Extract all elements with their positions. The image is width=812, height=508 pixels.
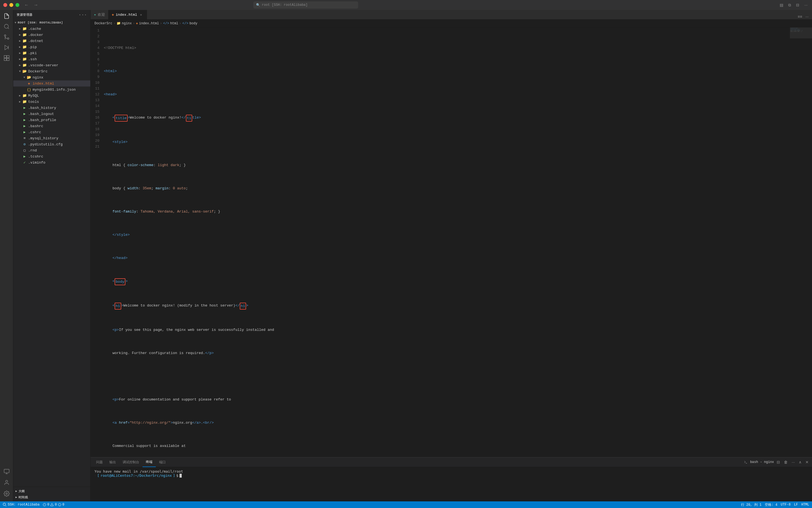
nginx-arrow-icon: ▼ xyxy=(22,75,27,80)
traffic-lights xyxy=(3,3,19,7)
timeline-arrow-icon: ▶ xyxy=(15,496,17,499)
sidebar-item-cshrc[interactable]: ▶ .cshrc xyxy=(13,129,90,135)
bashrc-icon: ▶ xyxy=(22,124,27,129)
activity-account-icon[interactable] xyxy=(2,478,12,488)
outline-arrow-icon: ▶ xyxy=(15,490,17,493)
sidebar-item-mysql[interactable]: ▶ 📁 MySQL xyxy=(13,93,90,99)
code-editor[interactable]: <!DOCTYPE html> <html> <head> <title>Wel… xyxy=(104,27,790,457)
close-button[interactable] xyxy=(3,3,7,7)
svg-rect-9 xyxy=(7,58,9,60)
more-button[interactable]: ··· xyxy=(803,2,809,8)
sidebar-item-dotnet[interactable]: ▶ 📁 .dotnet xyxy=(13,38,90,44)
mysql-folder-icon: 📁 xyxy=(22,93,27,98)
sidebar-bottom-sections: ▶ 大纲 ▶ 时间线 xyxy=(13,487,90,501)
sidebar-toggle-button[interactable]: ▤ xyxy=(778,2,784,8)
sidebar-item-mynginx-json[interactable]: {} mynginx001.info.json xyxy=(13,86,90,93)
status-encoding-item[interactable]: UTF-8 xyxy=(781,503,791,507)
editor-area: ✦ 欢迎 ◈ index.html ✕ ≡≡ ··· DockerSrc › 📁… xyxy=(91,10,812,501)
term-tab-ports[interactable]: 端口 xyxy=(156,457,169,467)
term-tab-problems[interactable]: 问题 xyxy=(93,457,106,467)
status-line-ending-item[interactable]: LF xyxy=(794,503,798,507)
cshrc-label: .cshrc xyxy=(28,130,41,134)
back-button[interactable]: ← xyxy=(22,2,31,8)
cursor-block xyxy=(180,474,182,478)
editor-scroll-area[interactable]: 1 2 3 4 5 6 7 8 9 10 11 12 13 14 15 16 1 xyxy=(91,27,812,457)
sidebar-item-ssh[interactable]: ▶ 📁 .ssh xyxy=(13,56,90,62)
sidebar-item-bashrc[interactable]: ▶ .bashrc xyxy=(13,123,90,129)
debug-tab-label: 调试控制台 xyxy=(123,460,139,465)
sidebar-more-icon[interactable]: ··· xyxy=(79,12,87,17)
sidebar-item-dockersrc[interactable]: ▼ 📂 DockerSrc xyxy=(13,68,90,74)
svg-rect-10 xyxy=(4,469,9,473)
global-search-bar[interactable]: 🔍 root [SSH: rootAlibaba] xyxy=(253,1,358,9)
svg-point-13 xyxy=(5,480,7,482)
h1-open-highlight-box: h1 xyxy=(114,303,121,309)
sidebar-item-bash-logout[interactable]: ▶ .bash_logout xyxy=(13,111,90,117)
sidebar-item-mysql-history[interactable]: ≡ .mysql_history xyxy=(13,135,90,141)
sidebar-item-index-html[interactable]: ◈ index.html xyxy=(13,80,90,86)
terminal-close-button[interactable]: ✕ xyxy=(804,459,810,465)
bash-logout-label: .bash_logout xyxy=(28,112,54,116)
status-spaces-item[interactable]: 空格: 4 xyxy=(765,503,777,507)
terminal-expand-button[interactable]: ∧ xyxy=(798,459,803,465)
terminal-more-button[interactable]: ··· xyxy=(791,459,796,465)
editor-layout-button[interactable]: ≡≡ xyxy=(797,14,803,19)
activity-source-control-icon[interactable] xyxy=(2,32,12,42)
pki-folder-icon: 📁 xyxy=(22,51,27,55)
sidebar-item-nginx[interactable]: ▼ 📂 nginx xyxy=(13,74,90,80)
sidebar-item-bash-history[interactable]: ▶ .bash_history xyxy=(13,105,90,111)
sidebar-item-tools[interactable]: ▶ 📁 tools xyxy=(13,99,90,105)
index-html-tab-close-icon[interactable]: ✕ xyxy=(139,12,143,17)
breadcrumb-dockersrc[interactable]: DockerSrc xyxy=(94,22,112,26)
sidebar-item-pydistutils[interactable]: ⚙ .pydistutils.cfg xyxy=(13,141,90,147)
sidebar-root-item[interactable]: ▼ ROOT [SSH: ROOTALIBABA] xyxy=(13,19,90,26)
code-line-5: <style> xyxy=(104,139,790,145)
status-encoding: UTF-8 xyxy=(781,503,791,507)
sidebar-item-pip[interactable]: ▶ 📁 .pip xyxy=(13,44,90,50)
sidebar-item-vscode-server[interactable]: ▶ 📁 .vscode-server xyxy=(13,62,90,68)
status-errors-item[interactable]: 0 0 0 xyxy=(43,503,64,507)
breadcrumb-index-html[interactable]: ◈ index.html xyxy=(136,21,159,26)
status-line-col: 行 20, 列 1 xyxy=(741,503,761,507)
sidebar-item-bash-profile[interactable]: ▶ .bash_profile xyxy=(13,117,90,123)
activity-run-icon[interactable] xyxy=(2,43,12,52)
sidebar-section-outline[interactable]: ▶ 大纲 xyxy=(13,488,90,494)
activity-extensions-icon[interactable] xyxy=(2,53,12,63)
sidebar-item-tcshrc[interactable]: ▶ .tcshrc xyxy=(13,154,90,160)
tab-index-html[interactable]: ◈ index.html ✕ xyxy=(108,10,147,19)
layout-button[interactable]: ⧉ xyxy=(787,2,792,8)
forward-button[interactable]: → xyxy=(32,2,40,8)
sidebar-item-pki[interactable]: ▶ 📁 .pki xyxy=(13,50,90,56)
term-tab-output[interactable]: 输出 xyxy=(106,457,119,467)
sidebar-section-timeline[interactable]: ▶ 时间线 xyxy=(13,494,90,500)
terminal-content[interactable]: You have new mail in /var/spool/mail/roo… xyxy=(91,467,812,501)
activity-remote-icon[interactable] xyxy=(2,467,12,476)
sidebar-item-viminfo[interactable]: ✓ .viminfo xyxy=(13,160,90,166)
svg-line-1 xyxy=(8,28,9,29)
terminal-split-button[interactable]: ⊟ xyxy=(775,459,781,465)
breadcrumb-html[interactable]: </> html xyxy=(163,22,178,26)
sidebar-item-cache[interactable]: ▶ 📁 .cache xyxy=(13,26,90,32)
editor-more-button[interactable]: ··· xyxy=(804,14,810,19)
terminal-trash-button[interactable]: 🗑 xyxy=(783,459,789,465)
code-line-10: </head> xyxy=(104,255,790,261)
activity-files-icon[interactable] xyxy=(2,11,12,21)
breadcrumb-nginx[interactable]: 📁 nginx xyxy=(116,21,132,26)
dockersrc-arrow-icon: ▼ xyxy=(18,69,22,74)
status-ssh-item[interactable]: SSH: rootAlibaba xyxy=(3,503,40,507)
split-button[interactable]: ⊟ xyxy=(795,2,800,8)
sidebar-item-docker[interactable]: ▶ 📁 .docker xyxy=(13,32,90,38)
sidebar-item-rnd[interactable]: ▢ .rnd xyxy=(13,147,90,154)
status-language-item[interactable]: HTML xyxy=(801,503,809,507)
term-tab-terminal[interactable]: 终端 xyxy=(143,457,156,467)
breadcrumb-body[interactable]: </> body xyxy=(182,22,197,26)
activity-search-icon[interactable] xyxy=(2,22,12,32)
mynginx-json-icon: {} xyxy=(27,87,32,92)
svg-point-0 xyxy=(4,24,8,29)
tab-welcome[interactable]: ✦ 欢迎 xyxy=(91,10,108,19)
term-tab-debug[interactable]: 调试控制台 xyxy=(119,457,143,467)
activity-settings-icon[interactable] xyxy=(2,489,12,499)
status-line-col-item[interactable]: 行 20, 列 1 xyxy=(741,503,761,507)
maximize-button[interactable] xyxy=(15,3,19,7)
minimize-button[interactable] xyxy=(9,3,13,7)
